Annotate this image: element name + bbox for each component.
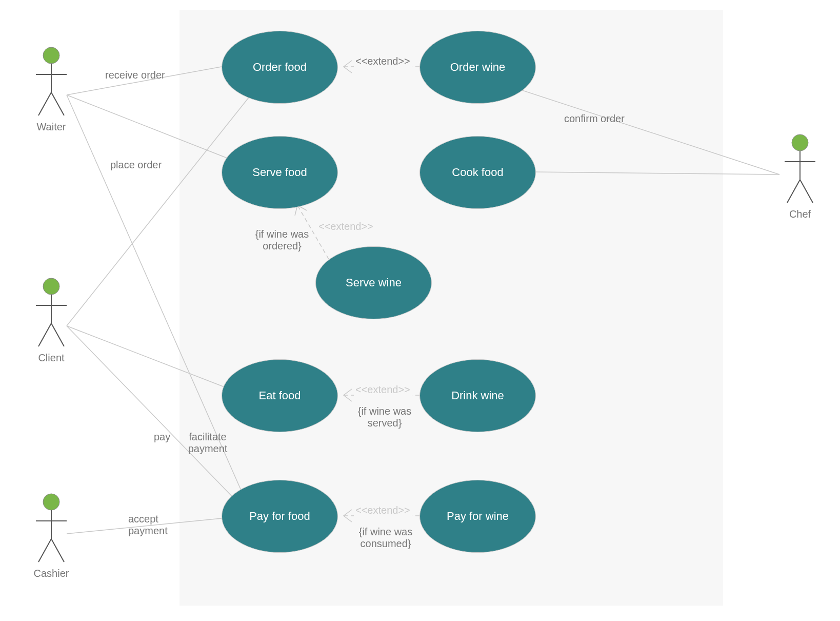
- usecase-pay-for-wine: Pay for wine: [419, 480, 536, 553]
- usecase-order-wine: Order wine: [419, 31, 536, 104]
- guard-served: {if wine was served}: [346, 405, 423, 429]
- svg-point-15: [792, 134, 808, 151]
- usecase-order-food: Order food: [222, 31, 338, 104]
- actor-chef: Chef: [779, 133, 821, 220]
- actor-label: Chef: [779, 208, 821, 220]
- usecase-drink-wine: Drink wine: [419, 359, 536, 432]
- usecase-serve-wine: Serve wine: [315, 246, 432, 319]
- actor-cashier: Cashier: [31, 493, 72, 579]
- svg-line-18: [787, 180, 800, 203]
- edge-label-confirm-order: confirm order: [564, 113, 625, 125]
- edge-label-accept: accept payment: [128, 513, 174, 537]
- svg-line-3: [38, 92, 51, 115]
- svg-line-8: [38, 323, 51, 346]
- usecase-serve-food: Serve food: [222, 136, 338, 209]
- guard-consumed: {if wine was consumed}: [345, 526, 427, 550]
- svg-point-10: [43, 494, 59, 510]
- actor-label: Cashier: [31, 568, 72, 579]
- svg-point-5: [43, 278, 59, 295]
- stereotype-extend-3: <<extend>>: [354, 384, 412, 396]
- actor-label: Waiter: [31, 121, 72, 133]
- stick-figure-icon: [782, 133, 818, 205]
- stereotype-extend-4: <<extend>>: [354, 504, 412, 516]
- usecase-pay-for-food: Pay for food: [222, 480, 338, 553]
- svg-line-4: [51, 92, 64, 115]
- stereotype-extend-2: <<extend>>: [317, 221, 375, 232]
- edge-label-place-order: place order: [110, 159, 162, 171]
- actor-label: Client: [31, 352, 72, 364]
- guard-ordered: {if wine was ordered}: [246, 228, 318, 252]
- svg-line-14: [51, 539, 64, 562]
- edge-label-facilitate: facilitate payment: [185, 431, 231, 455]
- diagram-canvas: Waiter Client Cashier Chef: [0, 0, 840, 621]
- actor-waiter: Waiter: [31, 46, 72, 133]
- stick-figure-icon: [33, 46, 69, 118]
- stick-figure-icon: [33, 493, 69, 565]
- edge-label-receive-order: receive order: [105, 69, 165, 81]
- edge-label-pay: pay: [154, 431, 170, 443]
- actor-client: Client: [31, 277, 72, 364]
- svg-line-19: [800, 180, 813, 203]
- svg-point-0: [43, 47, 59, 64]
- stereotype-extend-1: <<extend>>: [354, 55, 412, 67]
- svg-line-9: [51, 323, 64, 346]
- usecase-cook-food: Cook food: [419, 136, 536, 209]
- stick-figure-icon: [33, 277, 69, 349]
- usecase-eat-food: Eat food: [222, 359, 338, 432]
- svg-line-13: [38, 539, 51, 562]
